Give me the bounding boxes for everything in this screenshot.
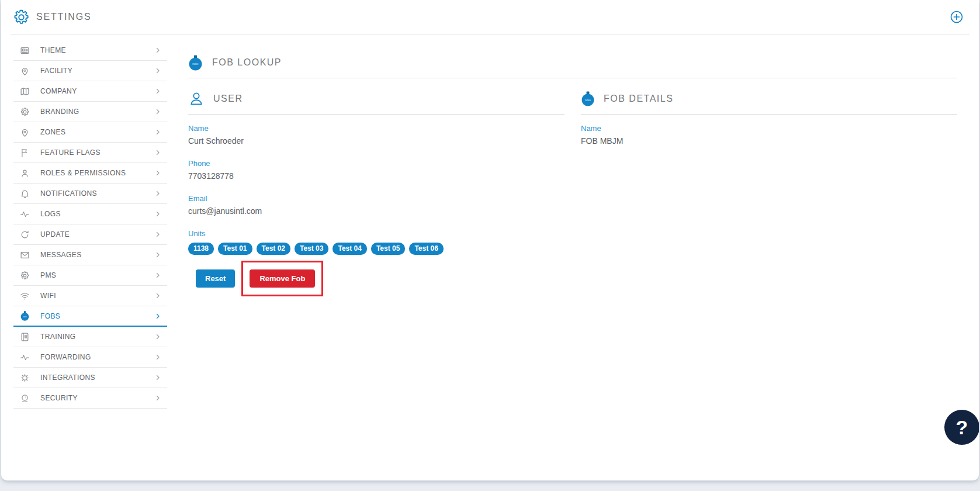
sidebar-item-wifi[interactable]: WIFI — [13, 286, 167, 306]
sidebar-item-logs[interactable]: LOGS — [13, 204, 167, 224]
help-button[interactable]: ? — [944, 410, 979, 445]
sidebar-item-label: TRAINING — [40, 333, 154, 341]
envelope-icon — [20, 250, 30, 260]
map-pin-icon — [20, 66, 30, 76]
theme-card-icon — [20, 46, 30, 56]
name-field: Name Curt Schroeder — [188, 124, 565, 146]
fob-icon: noke — [581, 91, 595, 106]
chevron-right-icon — [154, 251, 161, 258]
sidebar-item-training[interactable]: TRAINING — [13, 327, 167, 347]
units-field: Units 1138 Test 01 Test 02 Test 03 Test … — [188, 229, 565, 255]
sidebar-item-label: SECURITY — [40, 394, 154, 402]
settings-page-card: SETTINGS THEME FACILITY COMPANY — [1, 0, 979, 480]
remove-fob-highlight-box: Remove Fob — [241, 261, 323, 296]
sidebar-item-label: ZONES — [40, 128, 154, 136]
field-value: FOB MBJM — [581, 136, 957, 146]
chevron-right-icon — [154, 231, 161, 238]
sidebar-item-label: MESSAGES — [40, 251, 154, 259]
fob-details-title: FOB DETAILS — [604, 94, 673, 104]
main-content: noke FOB LOOKUP USER Name — [167, 34, 979, 296]
chevron-right-icon — [154, 210, 161, 217]
sidebar-item-forwarding[interactable]: FORWARDING — [13, 347, 167, 368]
sidebar-item-label: ROLES & PERMISSIONS — [40, 169, 154, 177]
chevron-right-icon — [154, 149, 161, 156]
chevron-right-icon — [154, 292, 161, 299]
sidebar-item-notifications[interactable]: NOTIFICATIONS — [13, 184, 167, 204]
chevron-right-icon — [154, 67, 161, 74]
unit-badge: Test 03 — [295, 243, 328, 255]
field-value: 7703128778 — [188, 171, 565, 181]
field-label: Phone — [188, 159, 565, 168]
sidebar-item-update[interactable]: UPDATE — [13, 224, 167, 245]
fob-icon: noke — [188, 55, 203, 71]
unit-badge: Test 05 — [371, 243, 405, 255]
user-divider — [188, 114, 565, 115]
sidebar-item-company[interactable]: COMPANY — [13, 81, 167, 102]
sidebar-item-facility[interactable]: FACILITY — [13, 61, 167, 81]
sidebar-item-label: FORWARDING — [40, 353, 154, 361]
bell-icon — [20, 189, 30, 199]
chevron-right-icon — [154, 313, 161, 320]
chevron-right-icon — [154, 395, 161, 402]
sidebar-item-label: PMS — [40, 271, 154, 279]
sidebar-item-feature-flags[interactable]: FEATURE FLAGS — [13, 143, 167, 163]
activity-icon — [20, 209, 30, 219]
field-label: Name — [188, 124, 565, 133]
integration-gear-icon — [20, 373, 30, 383]
refresh-icon — [20, 230, 30, 240]
fob-name-field: Name FOB MBJM — [581, 124, 957, 146]
action-buttons-row: Reset Remove Fob — [188, 261, 565, 296]
sidebar-item-label: THEME — [40, 46, 154, 54]
chevron-right-icon — [154, 129, 161, 136]
chevron-right-icon — [154, 354, 161, 361]
unit-badge: Test 04 — [333, 243, 366, 255]
svg-text:noke: noke — [23, 316, 27, 318]
user-icon — [188, 91, 205, 107]
field-label: Email — [188, 194, 565, 203]
add-circle-icon[interactable] — [950, 10, 964, 24]
user-section: USER Name Curt Schroeder Phone 770312877… — [188, 78, 565, 296]
unit-badge: 1138 — [188, 243, 214, 255]
sidebar-item-security[interactable]: SECURITY — [13, 388, 167, 409]
svg-text:noke: noke — [585, 99, 591, 102]
chevron-right-icon — [154, 47, 161, 54]
sidebar-item-label: COMPANY — [40, 87, 154, 95]
sidebar-item-theme[interactable]: THEME — [13, 40, 167, 61]
sidebar-item-label: FEATURE FLAGS — [40, 148, 154, 157]
page-title: SETTINGS — [36, 12, 91, 22]
field-value: Curt Schroeder — [188, 136, 565, 146]
sidebar-item-integrations[interactable]: INTEGRATIONS — [13, 368, 167, 388]
sidebar-item-label: INTEGRATIONS — [40, 374, 154, 382]
sidebar-item-branding[interactable]: BRANDING — [13, 102, 167, 122]
sidebar-item-zones[interactable]: ZONES — [13, 122, 167, 143]
user-header: USER — [188, 90, 565, 108]
sidebar-item-label: FACILITY — [40, 67, 154, 75]
gear-icon — [20, 107, 30, 117]
top-bar: SETTINGS — [1, 0, 979, 34]
chevron-right-icon — [154, 333, 161, 340]
user-section-title: USER — [213, 94, 243, 104]
sidebar-item-messages[interactable]: MESSAGES — [13, 245, 167, 265]
fob-details-divider — [581, 114, 957, 115]
flag-icon — [20, 148, 30, 158]
remove-fob-button[interactable]: Remove Fob — [250, 269, 315, 288]
chevron-right-icon — [154, 374, 161, 381]
sidebar-item-label: LOGS — [40, 210, 154, 218]
sidebar-item-label: WIFI — [40, 292, 154, 300]
sidebar-item-pms[interactable]: PMS — [13, 265, 167, 286]
activity-icon — [20, 352, 30, 362]
notebook-icon — [20, 332, 30, 342]
field-label: Name — [581, 124, 957, 133]
reset-button[interactable]: Reset — [196, 269, 235, 288]
map-icon — [20, 87, 30, 96]
sidebar-item-roles-permissions[interactable]: ROLES & PERMISSIONS — [13, 163, 167, 184]
sidebar-item-label: BRANDING — [40, 108, 154, 116]
unit-badge: Test 06 — [409, 243, 443, 255]
svg-text:noke: noke — [192, 63, 199, 65]
field-value: curts@janusintl.com — [188, 206, 565, 216]
fob-icon: noke — [20, 311, 30, 321]
map-pin-icon — [20, 127, 30, 137]
chevron-right-icon — [154, 190, 161, 197]
email-field: Email curts@janusintl.com — [188, 194, 565, 216]
sidebar-item-fobs[interactable]: noke FOBS — [13, 306, 167, 327]
